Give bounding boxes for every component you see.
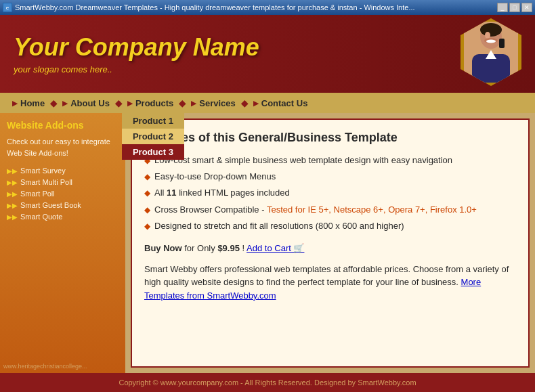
nav-item-products[interactable]: ▶ Products	[122, 93, 179, 113]
nav-item-services[interactable]: ▶ Services	[186, 93, 241, 113]
about-arrow-icon: ▶	[62, 100, 68, 107]
navbar: ▶ Home ◆ ▶ About Us ◆ ▶ Products Product…	[0, 93, 535, 113]
smart-survey-label: Smart Survey	[20, 167, 66, 175]
services-arrow-icon: ▶	[191, 100, 196, 107]
dropdown-product1[interactable]: Product 1	[122, 113, 184, 129]
dropdown-product3[interactable]: Product 3	[122, 144, 184, 160]
sidebar-item-smart-quote[interactable]: ▶▶ Smart Quote	[7, 213, 119, 221]
sidebar-item-smart-guest-book[interactable]: ▶▶ Smart Guest Book	[7, 201, 119, 209]
hexagon-shape	[461, 18, 521, 86]
feature-item-4: ◆ Cross Browser Compatible - Tested for …	[144, 204, 516, 216]
smart-quote-label: Smart Quote	[20, 213, 62, 221]
nav-sep-2: ◆	[115, 98, 122, 108]
main-layout: Website Add-ons Check out our easy to in…	[0, 113, 535, 373]
sidebar-links: ▶▶ Smart Survey ▶▶ Smart Multi Poll ▶▶ S…	[7, 167, 119, 221]
sidebar-item-smart-poll[interactable]: ▶▶ Smart Poll	[7, 190, 119, 198]
add-to-cart-link[interactable]: Add to Cart 🛒	[247, 243, 304, 253]
nav-services-label: Services	[199, 98, 236, 108]
buy-section: Buy Now for Only $9.95 ! Add to Cart 🛒	[144, 243, 516, 253]
dropdown-product2[interactable]: Product 2	[122, 129, 184, 144]
home-arrow-icon: ▶	[12, 100, 18, 107]
minimize-button[interactable]: _	[497, 3, 508, 12]
nav-sep-1: ◆	[50, 98, 57, 108]
smart-poll-label: Smart Poll	[20, 190, 55, 198]
footer-text: Copyright © www.yourcompany.com - All Ri…	[119, 378, 416, 387]
nav-about-label: About Us	[70, 98, 110, 108]
feature-item-3: ◆ All 11 linked HTML pages included	[144, 187, 516, 199]
feature-item-1: ◆ Low-cost smart & simple business web t…	[144, 154, 516, 167]
smart-quote-arrow-icon: ▶▶	[7, 213, 18, 221]
sidebar: Website Add-ons Check out our easy to in…	[0, 113, 125, 373]
header-content: Your Company Name your slogan comes here…	[14, 33, 440, 74]
nav-items: ▶ Home ◆ ▶ About Us ◆ ▶ Products Product…	[7, 93, 313, 113]
smart-guest-book-arrow-icon: ▶▶	[7, 202, 18, 209]
feature-list: ◆ Low-cost smart & simple business web t…	[144, 154, 516, 232]
sidebar-bottom-text: www.heritagechristiancollege...	[3, 363, 87, 370]
products-dropdown: Product 1 Product 2 Product 3	[122, 113, 184, 160]
nav-item-about[interactable]: ▶ About Us	[57, 93, 115, 113]
nav-sep-3: ◆	[179, 98, 186, 108]
buy-text: for Only	[184, 243, 217, 253]
smart-poll-arrow-icon: ▶▶	[7, 190, 18, 198]
nav-home-label: Home	[20, 98, 45, 108]
svg-point-3	[485, 32, 490, 39]
titlebar-controls[interactable]: _ □ ✕	[497, 3, 532, 12]
bullet-icon-5: ◆	[144, 221, 150, 232]
close-button[interactable]: ✕	[521, 3, 532, 12]
sidebar-item-smart-survey[interactable]: ▶▶ Smart Survey	[7, 167, 119, 175]
person-illustration	[464, 22, 518, 83]
content-box: Features of this General/Business Templa…	[131, 118, 530, 368]
content-area: Features of this General/Business Templa…	[125, 113, 535, 373]
feature-text-1: Low-cost smart & simple business web tem…	[154, 154, 452, 167]
site-header: Your Company Name your slogan comes here…	[0, 15, 535, 93]
content-title: Features of this General/Business Templa…	[144, 131, 516, 145]
nav-sep-4: ◆	[241, 98, 248, 108]
products-arrow-icon: ▶	[127, 100, 133, 107]
bullet-icon-2: ◆	[144, 171, 150, 183]
feature-text-4: Cross Browser Compatible - Tested for IE…	[154, 204, 477, 216]
company-name: Your Company Name	[14, 33, 440, 62]
smart-multi-poll-label: Smart Multi Poll	[20, 178, 72, 186]
feature-text-2: Easy-to-use Drop-down Menus	[154, 171, 276, 183]
buy-now-label: Buy Now	[144, 243, 182, 253]
sidebar-description: Check out our easy to integrate Web Site…	[7, 136, 119, 158]
description: Smart Webby offers professional web temp…	[144, 263, 516, 303]
contact-arrow-icon: ▶	[253, 100, 259, 107]
footer: Copyright © www.yourcompany.com - All Ri…	[0, 373, 535, 392]
maximize-button[interactable]: □	[509, 3, 520, 12]
smart-survey-arrow-icon: ▶▶	[7, 167, 18, 175]
compat-text: Tested for IE 5+, Netscape 6+, Opera 7+,…	[267, 204, 477, 215]
smart-guest-book-label: Smart Guest Book	[20, 201, 81, 209]
titlebar-left: e SmartWebby.com Dreamweaver Templates -…	[3, 3, 415, 12]
feature-text-3: All 11 linked HTML pages included	[154, 187, 290, 199]
titlebar-title: SmartWebby.com Dreamweaver Templates - H…	[15, 3, 415, 12]
nav-item-home[interactable]: ▶ Home	[7, 93, 50, 113]
browser-icon: e	[3, 3, 12, 12]
nav-products-label: Products	[135, 98, 173, 108]
sidebar-item-smart-multi-poll[interactable]: ▶▶ Smart Multi Poll	[7, 178, 119, 186]
smart-multi-poll-arrow-icon: ▶▶	[7, 179, 18, 186]
titlebar: e SmartWebby.com Dreamweaver Templates -…	[0, 0, 535, 15]
svg-point-2	[480, 23, 502, 37]
feature-item-2: ◆ Easy-to-use Drop-down Menus	[144, 171, 516, 183]
feature-item-5: ◆ Designed to stretch and fit all resolu…	[144, 220, 516, 232]
svg-rect-9	[499, 39, 505, 48]
hexagon-container	[461, 18, 528, 93]
slogan: your slogan comes here..	[14, 64, 440, 74]
nav-contact-label: Contact Us	[261, 98, 308, 108]
svg-point-5	[486, 40, 496, 43]
description-text: Smart Webby offers professional web temp…	[144, 264, 509, 288]
sidebar-title: Website Add-ons	[7, 120, 119, 131]
feature-text-5: Designed to stretch and fit all resoluti…	[154, 220, 404, 232]
bullet-icon-3: ◆	[144, 188, 150, 199]
header-image	[440, 15, 535, 93]
nav-item-contact[interactable]: ▶ Contact Us	[248, 93, 314, 113]
price: $9.95	[217, 243, 240, 253]
nav-item-products-container: ▶ Products Product 1 Product 2 Product 3	[122, 93, 179, 113]
bullet-icon-4: ◆	[144, 204, 150, 216]
